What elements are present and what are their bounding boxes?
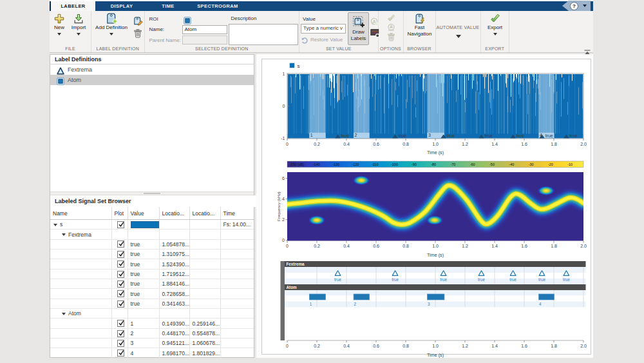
add-definition-button[interactable]: Add Definition (93, 13, 130, 35)
value-text: 3 (131, 340, 134, 346)
y-tick-label: 6 (282, 176, 285, 181)
spectrogram-plot[interactable]: -150 (dB)-140-130-120-110-100-90-80-70-6… (262, 157, 591, 258)
lane-scrollbar[interactable] (281, 261, 285, 340)
table-row[interactable]: true1.310975... (50, 250, 254, 259)
lane-header-atom[interactable] (285, 284, 586, 290)
delete-definition-button[interactable] (133, 29, 142, 38)
plot-checkbox[interactable] (117, 251, 124, 258)
expand-caret-icon[interactable] (62, 313, 66, 315)
expand-caret-icon[interactable] (62, 233, 66, 236)
import-button[interactable]: Import (69, 13, 88, 35)
table-row[interactable]: 30.945121...1.060678... (50, 338, 254, 348)
table-row[interactable]: Atom (50, 309, 254, 319)
draw-labels-button[interactable]: DrawLabels (348, 12, 369, 45)
help-area[interactable]: ? (562, 1, 591, 11)
x-tick-label: 1.2 (462, 344, 468, 348)
value-input[interactable]: Type a numeric v (301, 24, 346, 34)
lane-header-label: Fextrema (287, 262, 305, 266)
roi-band-value-label: 3 (428, 133, 431, 137)
plot-checkbox[interactable] (117, 320, 124, 327)
plot-checkbox[interactable] (117, 240, 124, 248)
table-row[interactable]: sFs: 14.00... (50, 220, 254, 230)
toolstrip-section-set-value: SET VALUEValueType a numeric v Restore V… (299, 11, 379, 52)
column-header-locatio[interactable]: Locatio... (159, 207, 189, 220)
plot-checkbox[interactable] (117, 260, 124, 268)
help-caret-icon[interactable] (583, 5, 587, 7)
cell-name: Fextrema (50, 230, 111, 239)
roi-label-bar[interactable] (309, 294, 325, 300)
tab-display[interactable]: DISPLAY (95, 1, 148, 11)
roi-band-4[interactable] (539, 74, 554, 139)
roi-band-1[interactable] (309, 74, 325, 139)
tab-labeler[interactable]: LABELER (50, 1, 95, 11)
plot-checkbox[interactable] (117, 271, 124, 278)
table-row[interactable]: true1.719512... (50, 269, 254, 279)
parent-name-input[interactable] (182, 35, 227, 44)
tab-time[interactable]: TIME (148, 1, 188, 11)
plot-checkbox[interactable] (117, 300, 124, 308)
cell-name (50, 239, 111, 249)
table-row[interactable]: true0.728658... (50, 289, 254, 299)
section-label-file: FILE (50, 46, 91, 51)
cell-plot (111, 269, 128, 279)
edit-definition-button[interactable] (133, 16, 143, 26)
location-2-text: 0.554878... (193, 330, 220, 337)
plot-checkbox[interactable] (117, 280, 124, 288)
fast-navigation-button[interactable]: FastNavigation (406, 13, 434, 37)
point-label-value: true (509, 277, 516, 282)
validate-options-icon[interactable] (387, 14, 395, 22)
column-header-time[interactable]: Time (220, 207, 254, 220)
auto-options-icon[interactable]: A (387, 23, 395, 31)
name-input[interactable]: Atom (182, 25, 227, 34)
location-1-text: 0.149390... (162, 320, 190, 327)
value-text: 1 (131, 320, 134, 327)
collapse-toolstrip-button[interactable] (584, 46, 591, 51)
column-header-value[interactable]: Value (128, 207, 159, 220)
cell-location-1: 1.524390... (159, 259, 189, 269)
automate-value-gallery-label[interactable]: AUTOMATE VALUE (436, 25, 480, 30)
tab-spectrogram[interactable]: SPECTROGRAM (188, 1, 247, 11)
x-tick-label: 1.0 (432, 244, 439, 248)
plot-checkbox[interactable] (117, 330, 124, 337)
table-row[interactable]: 10.149390...0.259146... (50, 319, 254, 328)
roi-label-bar[interactable] (354, 294, 370, 300)
new-button[interactable]: New (51, 13, 68, 35)
y-tick-label: -1 (281, 136, 285, 141)
table-row[interactable]: true1.054878... (50, 239, 254, 249)
signal-plot[interactable]: s1234truetruetruetruetruetruetrue10-100.… (262, 59, 591, 157)
column-header-locatio2[interactable]: Locatio... (189, 207, 220, 220)
label-definition-item-fextrema[interactable]: Fextrema (50, 64, 254, 75)
label-definition-item-atom[interactable]: Atom (50, 75, 254, 85)
automate-value-caret-icon[interactable] (456, 35, 461, 38)
x-tick-label: 1.6 (521, 344, 527, 348)
plot-checkbox[interactable] (117, 340, 124, 347)
lane-header-fextrema[interactable] (285, 261, 586, 267)
table-row[interactable]: true0.341463... (50, 299, 254, 308)
plot-checkbox-svg (117, 260, 125, 268)
roi-label-bar[interactable] (539, 294, 554, 300)
cell-value: 3 (128, 338, 159, 348)
plot-checkbox[interactable] (117, 349, 124, 357)
cell-plot (111, 250, 128, 259)
delete-options-icon[interactable] (387, 32, 395, 41)
expand-caret-icon[interactable] (53, 224, 57, 226)
export-button[interactable]: Export (484, 13, 507, 35)
restore-value-button[interactable]: Restore Value (301, 35, 343, 43)
roi-band-3[interactable] (427, 74, 444, 139)
table-row[interactable]: 20.448170...0.554878... (50, 328, 254, 338)
square-roi-label-icon-svg (57, 77, 64, 85)
plot-checkbox-svg (117, 270, 125, 278)
column-header-name[interactable]: Name (50, 207, 111, 220)
roi-label-bar[interactable] (427, 294, 444, 300)
label-viewer-plot[interactable]: FextremaAtomtruetruetruetruetruetruetrue… (262, 258, 591, 358)
help-icon[interactable]: ? (570, 2, 578, 10)
column-header-plot[interactable]: Plot (111, 207, 128, 220)
table-row[interactable]: true1.524390... (50, 259, 254, 269)
roi-band-2[interactable] (354, 74, 370, 139)
plot-checkbox[interactable] (117, 290, 124, 297)
plot-checkbox[interactable] (117, 221, 124, 228)
description-input[interactable] (229, 24, 298, 45)
table-row[interactable]: true1.884146... (50, 279, 254, 289)
table-row[interactable]: Fextrema (50, 230, 254, 239)
table-row[interactable]: 41.698170...1.801829... (50, 348, 254, 358)
